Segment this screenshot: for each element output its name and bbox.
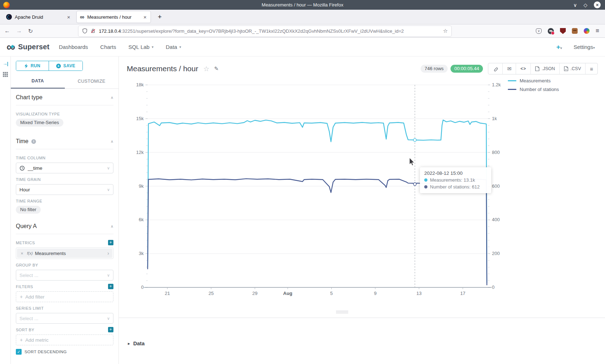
plus-circle-icon: + [56,64,61,68]
nav-data[interactable]: Data▾ [166,44,181,50]
chart-menu-button[interactable]: ≡ [585,63,597,74]
side-icon-strip: →| [0,56,11,364]
extension-adblock-icon[interactable] [560,28,566,34]
pocket-icon[interactable]: ∨ [536,28,542,34]
back-button[interactable]: ← [4,28,10,34]
dataset-grid-icon[interactable] [3,72,8,77]
chart-area: Measurements / hour ☆ ✎ 746 rows 00:00:0… [119,56,605,364]
forward-button[interactable]: → [16,28,22,34]
chevron-up-icon: ∧ [111,139,113,144]
add-filter-button[interactable]: + [108,284,113,289]
settings-menu[interactable]: Settings▾ [574,44,595,50]
browser-tabbar: Apache Druid × ∞ Measurements / hour × + [0,10,605,24]
edit-title-icon[interactable]: ✎ [214,65,219,72]
new-tab-button[interactable]: + [156,13,164,21]
insecure-lock-icon[interactable] [90,28,96,34]
nav-sql-lab[interactable]: SQL Lab▾ [129,44,154,50]
run-button[interactable]: RUN [16,61,49,70]
series-limit-select[interactable]: Select ... ∨ [16,313,113,324]
window-maximize-button[interactable]: ◇ [583,3,587,8]
sort-descending-row: ✓ SORT DESCENDING [16,349,113,355]
file-icon [564,66,568,71]
legend-item[interactable]: Number of stations [508,87,559,92]
tooltip-timestamp: 2022-08-12 15:00 [424,170,487,176]
favorite-star-icon[interactable]: ☆ [203,65,209,73]
x-tick-label: Aug [283,291,292,296]
time-column-select[interactable]: __time ∨ [16,163,113,173]
data-results-panel[interactable]: ▸ Data [119,318,605,364]
series-line-0 [148,120,487,283]
group-by-label: GROUP BY [16,262,113,268]
metric-chip-measurements[interactable]: × f(x) Measurements › [17,249,112,258]
window-close-button[interactable]: × [594,1,601,8]
section-chart-type[interactable]: Chart type ∧ [16,94,113,105]
sort-descending-checkbox[interactable]: ✓ [16,349,22,355]
series-dot-icon [424,178,427,182]
tab-customize[interactable]: CUSTOMIZE [65,74,119,88]
window-titlebar: Measurements / hour — Mozilla Firefox ∨ … [0,0,605,10]
tooltip-value: Measurements: 13.1k [430,177,475,183]
series-line-1 [148,179,487,285]
visualization-type-label: VISUALIZATION TYPE [16,111,113,117]
superset-brand[interactable]: Superset [18,43,49,51]
y-right-tick-label: 800 [492,150,500,155]
query-timer-badge: 00:00:05.44 [451,65,483,73]
section-time[interactable]: Timei ∧ [16,138,113,149]
add-metric-button[interactable]: + [108,240,113,245]
sort-by-placeholder: Add metric [25,337,49,343]
remove-metric-icon[interactable]: × [17,251,27,256]
caret-down-icon: ▾ [560,46,562,50]
tab-data[interactable]: DATA [11,74,65,88]
add-filter-placeholder: Add filter [25,294,44,300]
nav-dashboards[interactable]: Dashboards [59,44,88,50]
x-tick-label: 25 [209,291,214,296]
export-csv-button[interactable]: .CSV [559,63,585,74]
tab-apache-druid[interactable]: Apache Druid × [3,11,74,23]
legend-label: Measurements [520,78,551,83]
time-range-value[interactable]: No filter [16,206,41,214]
add-filter-dropzone[interactable]: + Add filter [16,291,113,302]
sort-by-dropzone[interactable]: + Add metric [16,335,113,345]
legend-item[interactable]: Measurements [508,78,559,83]
visualization-type-value[interactable]: Mixed Time-Series [16,119,63,127]
extension-mask-icon[interactable] [548,28,554,34]
sort-by-label: SORT BY [16,328,34,332]
window-minimize-button[interactable]: ∨ [573,3,577,8]
browser-menu-icon[interactable]: ≡ [596,27,599,35]
firefox-window: Measurements / hour — Mozilla Firefox ∨ … [0,0,605,364]
extension-brown-icon[interactable] [572,28,578,34]
druid-favicon-icon [6,14,12,20]
expand-caret-icon: ▸ [128,341,130,346]
time-grain-value: Hour [19,187,104,192]
tab-close-icon[interactable]: × [66,14,71,20]
tab-close-icon[interactable]: × [143,14,147,20]
section-query-a[interactable]: Query A ∧ [16,223,113,234]
nav-charts[interactable]: Charts [100,44,116,50]
export-json-button[interactable]: .JSON [530,63,559,74]
x-tick-label: 9 [374,291,376,296]
resize-drag-handle[interactable] [336,311,348,313]
time-grain-select[interactable]: Hour ∨ [16,184,113,195]
chevron-right-icon[interactable]: › [107,250,109,256]
tab-measurements-hour[interactable]: ∞ Measurements / hour × [77,11,151,23]
superset-logo-icon: ∞ [6,42,15,52]
reload-button[interactable]: ↻ [28,28,33,35]
legend-swatch-icon [508,89,516,90]
tooltip-row: Number of stations: 612 [424,184,487,190]
url-bar[interactable]: 172.18.0.4:32251/superset/explore/?form_… [79,26,451,36]
url-text[interactable]: 172.18.0.4:32251/superset/explore/?form_… [99,28,440,34]
group-by-select[interactable]: Select ... ∨ [16,270,113,281]
tracking-protection-shield-icon[interactable] [82,28,88,34]
embed-code-button[interactable]: <> [516,63,530,74]
extension-pinwheel-icon[interactable] [584,28,590,34]
save-button[interactable]: + SAVE [49,61,82,70]
email-button[interactable]: ✉ [502,63,516,74]
add-sort-metric-button[interactable]: + [108,327,113,332]
new-item-button[interactable]: +▾ [556,43,562,51]
chevron-down-icon: ∨ [107,273,110,278]
copy-link-button[interactable] [488,63,502,74]
bookmark-star-icon[interactable]: ☆ [443,28,448,34]
expand-datasource-panel-icon[interactable]: →| [3,61,8,66]
series-limit-placeholder: Select ... [19,316,104,321]
info-icon: i [31,139,36,144]
